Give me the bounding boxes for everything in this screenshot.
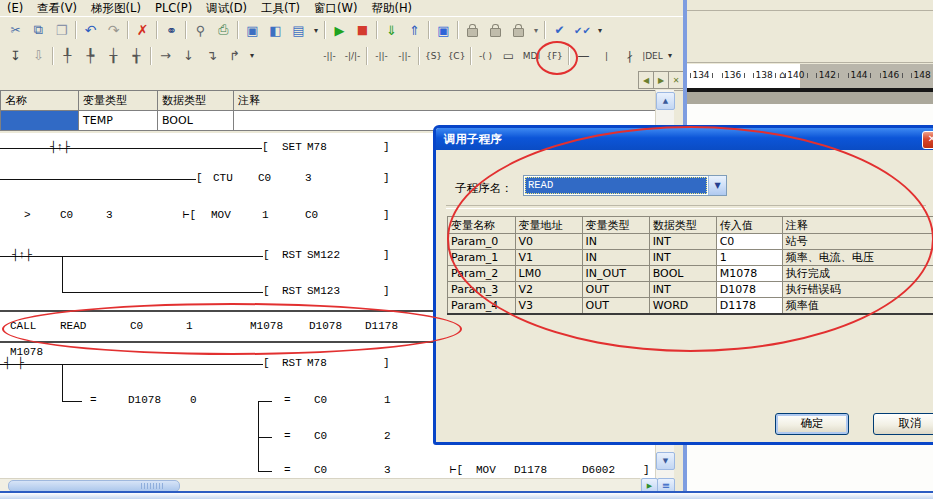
insert-row-icon[interactable]: ╀ — [56, 45, 79, 67]
next-pou-button[interactable]: ▶ — [653, 71, 669, 89]
menu-item-7[interactable]: 帮助(H) — [364, 1, 419, 16]
ladder-token[interactable]: [ — [263, 285, 270, 298]
undo-icon[interactable]: ↶ — [79, 19, 102, 41]
ladder-token[interactable]: 3 — [305, 172, 312, 185]
delete-line-icon[interactable]: ∤ — [618, 45, 641, 67]
delete-element-icon[interactable]: |DEL — [641, 45, 664, 67]
ladder-token[interactable]: C0 — [60, 209, 73, 222]
ok-button[interactable]: 确定 — [775, 413, 849, 435]
scroll-up-button[interactable]: ▲ — [656, 92, 675, 110]
menu-item-6[interactable]: 窗口(W) — [307, 1, 364, 16]
line-corner-down-icon[interactable]: ↴ — [200, 45, 223, 67]
view-split-icon[interactable]: ◧ — [264, 19, 287, 41]
var-table-cell[interactable]: BOOL — [158, 111, 234, 131]
ladder-token[interactable]: RST — [282, 285, 302, 298]
compile-all-icon[interactable]: ✔✔ — [571, 19, 594, 41]
run-icon[interactable]: ▶ — [328, 19, 351, 41]
insert-column-icon[interactable]: ╄ — [79, 45, 102, 67]
del-dropdown[interactable]: ▾ — [664, 45, 676, 67]
view-component-icon[interactable]: ▣ — [241, 19, 264, 41]
ladder-token[interactable]: M1078 — [250, 320, 283, 333]
ladder-token[interactable]: ⊢[ — [183, 209, 196, 222]
ladder-token[interactable]: 1 — [186, 320, 193, 333]
param-input-value-cell[interactable]: M1078 — [716, 266, 782, 282]
line-dropdown[interactable]: ▾ — [246, 45, 258, 67]
contact-pos-icon[interactable]: -||- — [370, 45, 393, 67]
delete-network-icon[interactable]: ⇩ — [27, 45, 50, 67]
ladder-token[interactable]: ] — [383, 141, 390, 154]
scroll-down-button[interactable]: ▼ — [656, 452, 675, 470]
window-icon[interactable]: ▣ — [432, 19, 455, 41]
ladder-token[interactable]: D6002 — [582, 464, 615, 477]
menu-item-3[interactable]: PLC(P) — [148, 1, 199, 15]
lock-dropdown[interactable]: ▾ — [530, 19, 542, 41]
ladder-token[interactable]: 3 — [106, 209, 113, 222]
ladder-token[interactable]: C0 — [130, 320, 143, 333]
function-icon[interactable]: {F} — [543, 45, 566, 67]
horizontal-scrollbar[interactable] — [0, 478, 640, 492]
prev-pou-button[interactable]: ◀ — [638, 71, 654, 89]
ladder-token[interactable]: RST — [282, 249, 302, 262]
upload-icon[interactable]: ⇑ — [403, 19, 426, 41]
copy-icon[interactable]: ⧉ — [27, 19, 50, 41]
contact-neg-icon[interactable]: -||- — [393, 45, 416, 67]
ladder-token[interactable]: = — [90, 394, 97, 407]
mdi-icon[interactable]: MDI — [520, 45, 543, 67]
ladder-token[interactable]: ⊢[ — [450, 464, 463, 477]
coil-set-icon[interactable]: {S} — [422, 45, 445, 67]
menu-item-4[interactable]: 调试(D) — [199, 1, 254, 16]
redo-icon[interactable]: ↷ — [102, 19, 125, 41]
insert-network-icon[interactable]: ↧ — [4, 45, 27, 67]
ladder-token[interactable]: M78 — [307, 357, 327, 370]
vline-icon[interactable]: | — [595, 45, 618, 67]
ladder-token[interactable]: CTU — [213, 172, 233, 185]
ladder-token[interactable]: [ — [262, 141, 269, 154]
ladder-token[interactable]: C0 — [305, 209, 318, 222]
ladder-token[interactable]: C0 — [314, 430, 327, 443]
close-pou-button[interactable]: ✕ — [668, 71, 684, 89]
delete-column-icon[interactable]: ╅ — [125, 45, 148, 67]
ladder-token[interactable]: [ — [196, 172, 203, 185]
ladder-token[interactable]: ] — [383, 285, 390, 298]
cancel-button[interactable]: 取消 — [873, 413, 933, 435]
ladder-token[interactable]: ┤↑├ — [50, 141, 70, 154]
paste-icon[interactable]: ❐ — [50, 19, 73, 41]
box-icon[interactable]: ▭ — [497, 45, 520, 67]
ladder-token[interactable]: D1178 — [365, 320, 398, 333]
contact-no-icon[interactable]: -||- — [318, 45, 341, 67]
ladder-token[interactable]: MOV — [211, 209, 231, 222]
ladder-token[interactable]: ] — [383, 357, 390, 370]
ladder-token[interactable]: ] — [643, 464, 650, 477]
ladder-token[interactable]: C0 — [314, 464, 327, 477]
ladder-token[interactable]: ] — [383, 209, 390, 222]
cut-icon[interactable]: ✂ — [4, 19, 27, 41]
close-icon[interactable]: ✕ — [922, 131, 933, 149]
ladder-token[interactable]: SM123 — [307, 285, 340, 298]
hline-icon[interactable]: — — [572, 45, 595, 67]
delete-icon[interactable]: ✗ — [131, 19, 154, 41]
param-input-value-cell[interactable]: D1178 — [716, 298, 782, 315]
ladder-token[interactable]: D1078 — [128, 394, 161, 407]
ladder-token[interactable]: ] — [383, 172, 390, 185]
lock-partial-icon[interactable] — [507, 19, 530, 41]
ladder-token[interactable]: [ — [263, 249, 270, 262]
param-input-value-cell[interactable]: D1078 — [716, 282, 782, 298]
ladder-token[interactable]: D1178 — [514, 464, 547, 477]
unlock-icon[interactable] — [484, 19, 507, 41]
ladder-token[interactable]: 1 — [384, 394, 391, 407]
var-table-cell[interactable]: TEMP — [79, 111, 158, 131]
ladder-token[interactable]: = — [284, 464, 291, 477]
ladder-token[interactable]: MOV — [476, 464, 496, 477]
ladder-token[interactable]: ┤↑├ — [12, 249, 32, 262]
compile-dropdown[interactable]: ▾ — [594, 19, 606, 41]
ladder-token[interactable]: 1 — [262, 209, 269, 222]
ladder-token[interactable]: CALL — [10, 320, 36, 333]
ladder-token[interactable]: C0 — [314, 394, 327, 407]
ladder-token[interactable]: SM122 — [307, 249, 340, 262]
subroutine-selected-value[interactable]: READ — [525, 177, 707, 194]
download-icon[interactable]: ⇓ — [380, 19, 403, 41]
ladder-token[interactable]: 0 — [190, 394, 197, 407]
line-corner-up-icon[interactable]: ↱ — [223, 45, 246, 67]
ladder-token[interactable]: = — [284, 394, 291, 407]
ladder-token[interactable]: > — [24, 209, 31, 222]
